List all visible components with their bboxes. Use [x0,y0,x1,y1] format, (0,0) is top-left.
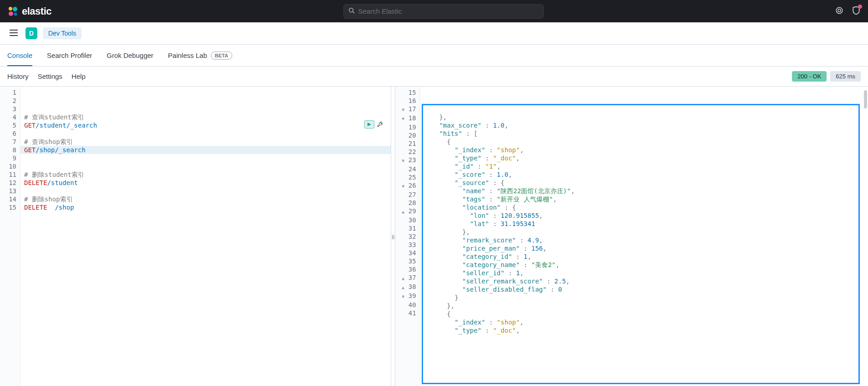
response-line: { [424,138,864,146]
tab-label: Search Profiler [47,51,92,59]
tab-label: Grok Debugger [107,51,153,59]
svg-point-4 [349,8,353,12]
request-panel: 123456789101112131415 # 查询student索引GET /… [0,87,391,386]
global-search[interactable] [343,4,544,19]
tab-console[interactable]: Console [7,46,32,66]
request-line[interactable] [24,154,387,162]
response-line: "_index" : "shop", [424,146,864,154]
response-line: "location" : { [424,203,864,211]
search-icon [348,7,355,15]
response-line: "remark_score" : 4.9, [424,236,864,244]
response-line: "_id" : "1", [424,162,864,170]
global-search-input[interactable] [358,7,539,15]
response-line: } [424,293,864,302]
global-header: elastic [0,0,868,22]
space-selector[interactable]: D [26,27,37,39]
response-line: { [424,310,864,318]
request-line[interactable]: DELETE /shop [24,203,387,211]
request-line[interactable] [24,187,387,195]
response-line: "price_per_man" : 156, [424,244,864,252]
tab-search-profiler[interactable]: Search Profiler [47,46,92,65]
response-panel: 15 16▼ 17▼ 18 19 20 21 22▼ 23 24 25▼ 26 … [395,87,868,386]
request-editor[interactable]: # 查询student索引GET /student/_search # 查询sh… [20,87,391,386]
tab-label: Painless Lab [168,51,207,59]
response-line: "_index" : "shop", [424,318,864,326]
response-line: "seller_id" : 1, [424,269,864,277]
send-request-button[interactable] [364,120,374,129]
response-line: }, [424,228,864,236]
newsfeed-icon[interactable] [835,6,843,16]
request-line[interactable] [24,228,387,236]
help-link[interactable]: Help [71,72,86,80]
scrollbar-thumb[interactable] [864,90,867,108]
svg-point-3 [14,12,17,15]
request-line[interactable]: # 查询shop索引 [24,138,387,146]
settings-link[interactable]: Settings [38,72,62,80]
request-line[interactable]: GET /student/_search [24,121,387,129]
response-line: "tags" : "新开业 人气爆棚", [424,195,864,203]
response-line: "category_name" : "美食2", [424,261,864,269]
panel-resizer[interactable]: ॥ [391,87,395,386]
tab-grok-debugger[interactable]: Grok Debugger [107,46,153,65]
request-line[interactable]: DELETE /student [24,179,387,187]
request-line[interactable]: # 查询student索引 [24,113,387,121]
response-line: "hits" : [ [424,129,864,138]
svg-point-0 [9,7,12,10]
request-line[interactable] [24,220,387,228]
console-toolbar: History Settings Help 200 - OK 625 ms [0,67,868,87]
timing-badge: 625 ms [830,71,861,82]
brand-logo[interactable]: elastic [7,5,51,17]
request-line[interactable]: # 删除student索引 [24,170,387,179]
nav-toggle-button[interactable] [7,27,20,40]
devtools-tabs: ConsoleSearch ProfilerGrok DebuggerPainl… [0,45,868,67]
notification-dot-icon [858,5,862,9]
request-gutter: 123456789101112131415 [0,87,20,386]
elastic-logo-icon [7,6,18,17]
request-line[interactable] [24,129,387,138]
response-line: "lon" : 120.915855, [424,211,864,220]
response-line: "_source" : { [424,179,864,187]
response-line: "seller_remark_score" : 2.5, [424,277,864,285]
response-line: "_type" : "_doc", [424,326,864,335]
resizer-handle-icon: ॥ [391,233,395,241]
response-line: }, [424,302,864,310]
tab-painless-lab[interactable]: Painless LabBETA [168,46,232,66]
response-line: "max_score" : 1.0, [424,121,864,129]
request-line[interactable] [24,162,387,170]
breadcrumb[interactable]: Dev Tools [43,27,82,39]
help-icon[interactable] [852,6,861,16]
request-line[interactable]: GET /shop/_search [20,146,391,154]
response-line: }, [424,113,864,121]
svg-point-6 [836,7,842,14]
response-line: "seller_disabled_flag" : 0 [424,285,864,293]
request-line[interactable] [24,211,387,220]
response-line: "_type" : "_doc", [424,154,864,162]
response-line: "name" : "陕西22面馆(北京亦庄)", [424,187,864,195]
response-line: "_score" : 1.0, [424,170,864,179]
request-line[interactable]: # 删除shop索引 [24,195,387,203]
brand-name: elastic [22,5,51,17]
response-viewer[interactable]: }, "max_score" : 1.0, "hits" : [ { "_ind… [420,87,868,386]
status-badge: 200 - OK [792,71,827,82]
svg-point-1 [13,7,17,11]
svg-point-7 [838,9,841,12]
response-line: "lat" : 31.195341 [424,220,864,228]
response-line: "category_id" : 1, [424,252,864,261]
app-header: D Dev Tools [0,22,868,45]
svg-point-2 [9,11,13,16]
beta-badge: BETA [211,51,232,60]
tab-label: Console [7,51,32,59]
request-options-button[interactable] [375,120,384,129]
console-split: 123456789101112131415 # 查询student索引GET /… [0,87,868,386]
svg-line-5 [352,12,354,14]
history-link[interactable]: History [7,72,29,80]
response-gutter: 15 16▼ 17▼ 18 19 20 21 22▼ 23 24 25▼ 26 … [395,87,420,386]
